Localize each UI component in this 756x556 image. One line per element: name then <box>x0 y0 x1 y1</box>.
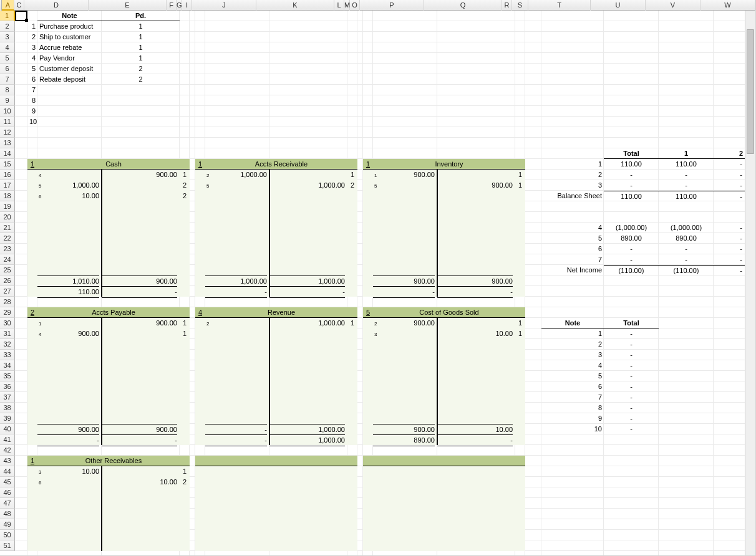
row-header-51[interactable]: 51 <box>0 540 15 551</box>
row-header-5[interactable]: 5 <box>0 53 15 64</box>
entry-value[interactable]: 900.00 <box>373 170 435 180</box>
row-header-15[interactable]: 15 <box>0 159 15 170</box>
column-header-I[interactable]: I <box>182 0 192 11</box>
row-header-6[interactable]: 6 <box>0 64 15 74</box>
column-header-A[interactable]: A <box>2 0 14 11</box>
summary1-header-1[interactable]: 1 <box>659 148 714 159</box>
note-num[interactable]: 4 <box>27 53 37 64</box>
entry-period[interactable]: 2 <box>180 477 190 487</box>
summary1-value[interactable]: (110.00) <box>659 265 714 276</box>
sum-left[interactable]: 1,010.00 <box>37 276 99 287</box>
row-header-36[interactable]: 36 <box>0 381 15 392</box>
summary1-value[interactable]: - <box>659 180 714 191</box>
column-header-S[interactable]: S <box>512 0 528 11</box>
row-header-39[interactable]: 39 <box>0 413 15 424</box>
summary1-value[interactable]: 110.00 <box>659 191 714 201</box>
row-header-30[interactable]: 30 <box>0 318 15 328</box>
summary2-header-total[interactable]: Total <box>604 318 659 328</box>
summary2-label[interactable]: 9 <box>541 413 604 424</box>
row-header-49[interactable]: 49 <box>0 519 15 530</box>
row-header-28[interactable]: 28 <box>0 297 15 307</box>
summary2-value[interactable]: - <box>604 424 659 434</box>
row-header-13[interactable]: 13 <box>0 138 15 148</box>
row-header-45[interactable]: 45 <box>0 477 15 487</box>
sum-right[interactable]: 10.00 <box>437 424 513 435</box>
select-all-corner[interactable] <box>0 0 2 11</box>
entry-value[interactable]: 900.00 <box>102 318 177 328</box>
row-header-10[interactable]: 10 <box>0 106 15 117</box>
summary2-value[interactable]: - <box>604 392 659 403</box>
summary2-label[interactable]: 5 <box>541 371 604 381</box>
sum-right[interactable]: 1,000.00 <box>269 276 345 287</box>
row-header-4[interactable]: 4 <box>0 42 15 53</box>
row-header-27[interactable]: 27 <box>0 286 15 297</box>
entry-value[interactable]: 1,000.00 <box>269 318 345 328</box>
column-header-D[interactable]: D <box>24 0 89 11</box>
entry-period[interactable]: 1 <box>180 466 190 477</box>
net-left[interactable]: - <box>37 434 99 446</box>
entry-value[interactable]: 1,000.00 <box>269 180 345 191</box>
summary2-value[interactable]: - <box>604 360 659 371</box>
summary1-label[interactable]: 5 <box>541 233 604 244</box>
column-header-U[interactable]: U <box>591 0 646 11</box>
row-header-42[interactable]: 42 <box>0 445 15 456</box>
summary2-label[interactable]: 7 <box>541 392 604 403</box>
note-num[interactable]: 9 <box>27 106 37 117</box>
entry-value[interactable]: 900.00 <box>437 180 513 191</box>
row-header-2[interactable]: 2 <box>0 21 15 32</box>
sum-left[interactable]: 900.00 <box>373 276 435 287</box>
row-header-38[interactable]: 38 <box>0 403 15 413</box>
row-header-29[interactable]: 29 <box>0 307 15 318</box>
summary1-label[interactable]: 3 <box>541 180 604 191</box>
row-header-46[interactable]: 46 <box>0 487 15 498</box>
entry-value[interactable]: 900.00 <box>37 328 99 339</box>
net-left[interactable]: - <box>205 434 267 446</box>
summary2-label[interactable]: 2 <box>541 339 604 350</box>
row-header-12[interactable]: 12 <box>0 127 15 138</box>
row-header-20[interactable]: 20 <box>0 212 15 223</box>
note-num[interactable]: 8 <box>27 95 37 106</box>
entry-period[interactable]: 1 <box>180 328 190 339</box>
summary1-value[interactable]: 890.00 <box>659 233 714 244</box>
note-pd[interactable]: 2 <box>102 74 180 85</box>
row-header-43[interactable]: 43 <box>0 456 15 466</box>
sum-right[interactable]: 900.00 <box>102 276 177 287</box>
sum-left[interactable]: 900.00 <box>37 424 99 435</box>
note-num[interactable]: 6 <box>27 74 37 85</box>
entry-value[interactable]: 10.00 <box>102 477 177 487</box>
entry-period[interactable]: 1 <box>515 318 525 328</box>
row-header-17[interactable]: 17 <box>0 180 15 191</box>
note-num[interactable]: 1 <box>27 21 37 32</box>
row-header-18[interactable]: 18 <box>0 191 15 201</box>
note-num[interactable]: 7 <box>27 85 37 95</box>
sum-left[interactable]: 1,000.00 <box>205 276 267 287</box>
row-header-19[interactable]: 19 <box>0 201 15 212</box>
net-left[interactable]: 890.00 <box>373 434 435 446</box>
summary2-label[interactable]: 4 <box>541 360 604 371</box>
column-header-V[interactable]: V <box>646 0 700 11</box>
entry-period[interactable]: 1 <box>347 318 357 328</box>
summary2-label[interactable]: 8 <box>541 403 604 413</box>
note-pd[interactable]: 1 <box>102 32 180 42</box>
summary1-value[interactable]: 110.00 <box>604 159 659 170</box>
note-pd[interactable]: 2 <box>102 64 180 74</box>
note-pd[interactable] <box>102 106 180 117</box>
row-header-24[interactable]: 24 <box>0 254 15 265</box>
summary2-label[interactable]: 3 <box>541 350 604 360</box>
notes-header-pd[interactable]: Pd. <box>102 11 180 21</box>
entry-value[interactable]: 900.00 <box>373 318 435 328</box>
column-header-W[interactable]: W <box>700 0 755 11</box>
entry-period[interactable]: 1 <box>515 180 525 191</box>
entry-value[interactable]: 1,000.00 <box>205 170 267 180</box>
row-header-41[interactable]: 41 <box>0 434 15 445</box>
row-header-40[interactable]: 40 <box>0 424 15 434</box>
summary1-value[interactable]: - <box>659 170 714 180</box>
summary1-value[interactable]: (110.00) <box>604 265 659 276</box>
column-header-F[interactable]: F <box>167 0 177 11</box>
entry-period[interactable]: 1 <box>180 170 190 180</box>
column-header-G[interactable]: G <box>177 0 182 11</box>
summary1-label[interactable]: 4 <box>541 223 604 233</box>
summary2-label[interactable]: 1 <box>541 328 604 339</box>
entry-period[interactable]: 1 <box>180 318 190 328</box>
note-num[interactable]: 3 <box>27 42 37 53</box>
